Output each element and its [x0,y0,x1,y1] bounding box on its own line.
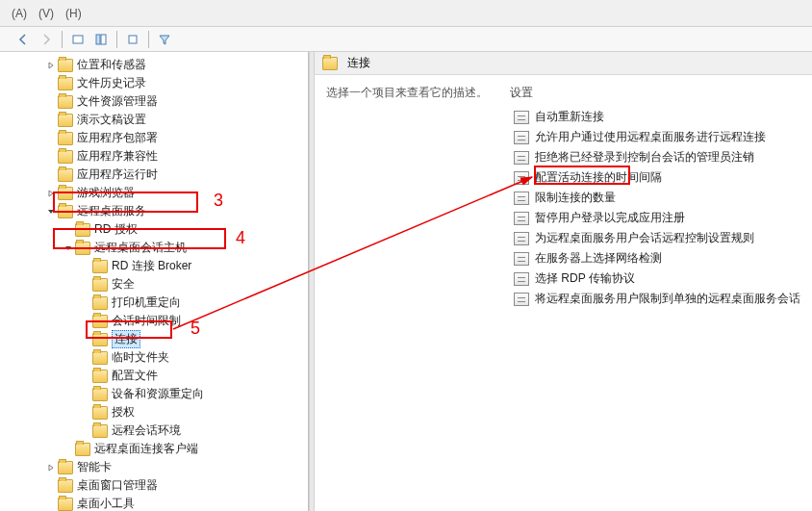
svg-rect-0 [73,36,83,43]
policy-icon [514,272,529,286]
policy-item[interactable]: 将远程桌面服务用户限制到单独的远程桌面服务会话 [514,289,800,309]
details-panel: 连接 选择一个项目来查看它的描述。 设置 自动重新连接允许用户通过使用远程桌面服… [315,52,812,511]
policy-icon [514,111,529,124]
tree-item[interactable]: 桌面窗口管理器 [0,476,308,495]
tree-item[interactable]: 文件资源管理器 [0,92,308,111]
menu-item[interactable]: (A) [12,7,27,20]
tree-item-label: 应用程序兼容性 [77,148,158,165]
folder-icon [75,443,90,456]
tree-item[interactable]: 打印机重定向 [0,294,308,312]
folder-icon [58,479,73,493]
tree-item[interactable]: 位置和传感器 [0,56,308,74]
tree-item-label: RD 连接 Broker [112,258,191,274]
policy-item[interactable]: 暂停用户登录以完成应用注册 [514,208,800,228]
policy-item[interactable]: 允许用户通过使用远程桌面服务进行远程连接 [514,127,800,147]
toolbar: (A) (V) (H) [0,0,812,27]
folder-icon [92,296,108,310]
tree-item[interactable]: 临时文件夹 [0,348,308,367]
tree-item[interactable]: 安全 [0,275,308,294]
tree-item[interactable]: 游戏浏览器 [0,184,308,202]
tree-item[interactable]: 应用程序运行时 [0,166,308,184]
policy-icon [514,151,529,165]
folder-icon [58,95,73,109]
menu-item[interactable]: (V) [38,7,54,20]
policy-item[interactable]: 为远程桌面服务用户会话远程控制设置规则 [514,228,800,248]
policy-item[interactable]: 配置活动连接的时间间隔 [514,167,800,188]
policy-label: 在服务器上选择网络检测 [535,250,662,267]
tree-item-label: 桌面小工具 [77,496,135,511]
policy-item[interactable]: 选择 RDP 传输协议 [514,268,800,289]
tree-item[interactable]: 桌面小工具 [0,495,308,511]
svg-rect-1 [96,35,100,44]
filter-icon[interactable] [155,30,174,49]
back-icon[interactable] [13,30,33,49]
folder-icon [92,333,108,346]
tree-item-label: 游戏浏览器 [77,185,135,201]
tree-item[interactable]: 智能卡 [0,458,308,476]
folder-icon [58,498,73,511]
tree-item[interactable]: 文件历史记录 [0,74,308,92]
tree-item[interactable]: 授权 [0,403,308,422]
folder-icon [75,242,90,255]
tree-item[interactable]: RD 授权 [0,220,308,239]
policy-item[interactable]: 在服务器上选择网络检测 [514,248,800,268]
tree-item[interactable]: RD 连接 Broker [0,257,308,275]
folder-icon [58,150,73,164]
chevron-right-icon[interactable] [44,62,58,69]
tree-item[interactable]: 会话时间限制 [0,312,308,330]
tree-item[interactable]: 远程桌面服务 [0,202,308,220]
folder-icon [58,187,73,200]
folder-icon [58,77,73,90]
tree-item[interactable]: 应用程序兼容性 [0,147,308,166]
tree-item-label: RD 授权 [94,221,138,238]
tool-icon[interactable] [91,30,111,49]
tree-item[interactable]: 远程会话环境 [0,422,308,440]
tree-item[interactable]: 远程桌面连接客户端 [0,440,308,458]
policy-item[interactable]: 拒绝将已经登录到控制台会话的管理员注销 [514,147,800,167]
tree-item-label: 安全 [112,276,135,293]
folder-icon [58,114,73,127]
tree-item-label: 文件资源管理器 [77,93,158,110]
policy-label: 将远程桌面服务用户限制到单独的远程桌面服务会话 [535,291,800,307]
tree-item[interactable]: 应用程序包部署 [0,129,308,147]
chevron-right-icon[interactable] [44,190,58,197]
tree-item[interactable]: 设备和资源重定向 [0,385,308,403]
policy-label: 配置活动连接的时间间隔 [535,169,662,186]
folder-icon [92,278,108,292]
folder-icon [92,406,108,420]
policy-label: 选择 RDP 传输协议 [535,270,635,287]
policy-item[interactable]: 自动重新连接 [514,107,800,127]
tree-item-label: 设备和资源重定向 [112,386,204,402]
policy-label: 限制连接的数量 [535,190,616,206]
tree-item[interactable]: 演示文稿设置 [0,111,308,129]
tree-item[interactable]: 配置文件 [0,367,308,385]
tree-item-label: 远程会话环境 [112,422,181,439]
policy-label: 暂停用户登录以完成应用注册 [535,210,685,226]
tree-item[interactable]: 远程桌面会话主机 [0,239,308,257]
folder-icon [58,205,73,218]
tree-item-label: 应用程序包部署 [77,130,158,146]
tree-item[interactable]: 连接 [0,330,308,348]
chevron-down-icon[interactable] [62,244,75,252]
policy-icon [514,293,529,306]
description-text: 选择一个项目来查看它的描述。 [326,85,514,101]
menu-item[interactable]: (H) [65,7,82,20]
chevron-down-icon[interactable] [44,208,58,216]
chevron-right-icon[interactable] [44,464,58,472]
menu-bar: (A) (V) (H) [4,7,82,20]
folder-icon [58,132,73,145]
tree-item-label: 远程桌面服务 [77,203,146,219]
forward-icon[interactable] [37,30,56,49]
panel-header: 连接 [315,52,812,75]
policy-icon [514,232,529,245]
folder-icon [58,59,73,72]
policy-tree[interactable]: 位置和传感器文件历史记录文件资源管理器演示文稿设置应用程序包部署应用程序兼容性应… [0,56,308,511]
policy-item[interactable]: 限制连接的数量 [514,188,800,208]
tool-icon[interactable] [123,30,142,49]
folder-icon [322,57,338,70]
policy-label: 为远程桌面服务用户会话远程控制设置规则 [535,230,754,246]
policy-label: 允许用户通过使用远程桌面服务进行远程连接 [535,129,766,145]
tree-item-label: 远程桌面会话主机 [94,240,187,256]
policy-icon [514,171,529,185]
tool-icon[interactable] [68,30,88,49]
